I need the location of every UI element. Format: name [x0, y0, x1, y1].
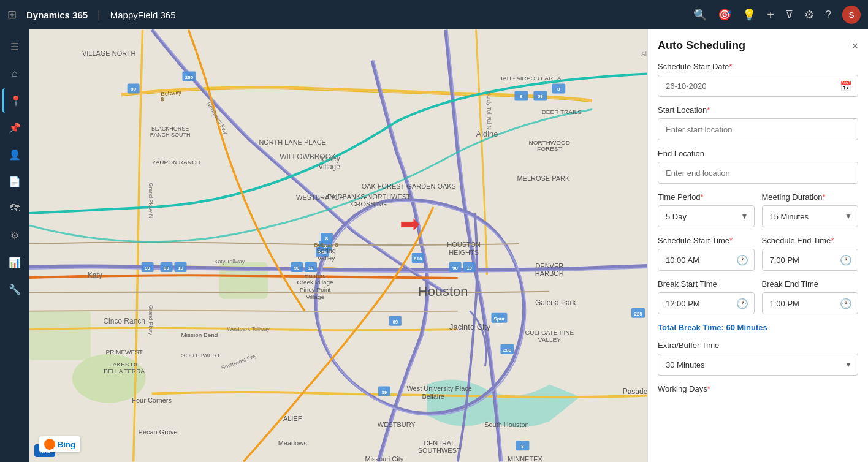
svg-text:FOREST: FOREST: [537, 145, 562, 152]
plus-icon[interactable]: +: [767, 8, 774, 22]
working-days-group: Working Days*: [658, 384, 858, 393]
svg-text:Jacinto City: Jacinto City: [449, 322, 491, 331]
sidebar-item-home[interactable]: ⌂: [2, 61, 27, 86]
svg-text:8: 8: [161, 96, 164, 102]
svg-text:Katy Tollway: Katy Tollway: [215, 259, 245, 265]
break-end-time-label: Break End Time: [762, 279, 859, 289]
svg-text:Galena Park: Galena Park: [535, 298, 576, 307]
meeting-duration-label: Meeting Duration*: [762, 192, 859, 202]
top-navigation: ⊞ Dynamics 365 | MappyField 365 🔍 🎯 💡 + …: [0, 0, 868, 29]
sidebar-item-pin2[interactable]: 📌: [2, 115, 27, 140]
sidebar-item-menu[interactable]: ☰: [2, 34, 27, 59]
svg-text:288: 288: [503, 347, 512, 353]
svg-text:Pecan Grove: Pecan Grove: [139, 428, 178, 436]
svg-text:VILLAGE NORTH: VILLAGE NORTH: [82, 50, 136, 57]
svg-text:Beltway 8: Beltway 8: [314, 242, 338, 248]
time-period-group: Time Period* 5 Day 1 Day 2 Day 3 Day 7 D…: [658, 192, 755, 227]
bulb-icon[interactable]: 💡: [742, 8, 756, 21]
end-location-group: End Location: [658, 149, 858, 184]
meeting-duration-group: Meeting Duration* 15 Minutes 30 Minutes …: [762, 192, 859, 227]
svg-text:Village: Village: [318, 162, 340, 171]
svg-text:HEIGHTS: HEIGHTS: [449, 249, 479, 256]
break-start-clock-icon[interactable]: 🕐: [736, 298, 748, 309]
svg-text:59: 59: [381, 390, 387, 395]
svg-text:99: 99: [145, 265, 150, 271]
map-area[interactable]: Beltway 8 99 290 290 610 8: [29, 29, 647, 462]
end-location-input[interactable]: [658, 162, 858, 184]
svg-text:8: 8: [520, 94, 523, 99]
svg-text:Bellaire: Bellaire: [422, 393, 444, 401]
panel-close-button[interactable]: ×: [851, 40, 858, 51]
break-start-time-label: Break Start Time: [658, 279, 755, 289]
schedule-start-time-group: Schedule Start Time* 🕐: [658, 236, 755, 271]
red-arrow: ➡: [400, 211, 421, 236]
sidebar-item-pin[interactable]: 📍: [2, 88, 27, 113]
panel-header: Auto Scheduling ×: [658, 39, 858, 52]
sidebar-item-chart[interactable]: 📊: [2, 250, 27, 275]
schedule-end-time-group: Schedule End Time* 🕐: [762, 236, 859, 271]
svg-text:GULFGATE-PINE: GULFGATE-PINE: [525, 329, 574, 336]
sidebar-item-map[interactable]: 🗺: [2, 196, 27, 221]
svg-text:Hardy Toll Rd N: Hardy Toll Rd N: [486, 91, 492, 130]
right-panel: Auto Scheduling × Schedule Start Date* 📅…: [647, 29, 868, 462]
grid-icon[interactable]: ⊞: [7, 8, 17, 21]
time-period-select[interactable]: 5 Day 1 Day 2 Day 3 Day 7 Day: [658, 205, 755, 227]
extra-buffer-time-select-wrapper: 30 Minutes 15 Minutes 45 Minutes 60 Minu…: [658, 354, 858, 376]
app-name: MappyField 365: [110, 10, 176, 20]
filter-icon[interactable]: ⊽: [785, 8, 793, 21]
svg-text:CENTRAL: CENTRAL: [424, 439, 455, 447]
svg-text:Spur: Spur: [493, 316, 504, 322]
settings-icon[interactable]: ⚙: [804, 8, 814, 21]
svg-text:Meadows: Meadows: [278, 439, 307, 447]
calendar-icon[interactable]: 📅: [840, 80, 852, 92]
extra-buffer-time-group: Extra/Buffer Time 30 Minutes 15 Minutes …: [658, 341, 858, 376]
break-end-clock-icon[interactable]: 🕐: [840, 298, 852, 309]
schedule-start-time-wrapper: 🕐: [658, 249, 755, 271]
svg-text:Creek Village: Creek Village: [297, 279, 334, 286]
user-avatar[interactable]: S: [842, 6, 861, 24]
meeting-duration-select[interactable]: 15 Minutes 30 Minutes 45 Minutes 60 Minu…: [762, 205, 859, 227]
bing-badge: Bing: [39, 436, 80, 452]
schedule-start-date-input[interactable]: [658, 75, 858, 97]
svg-text:VALLEY: VALLEY: [538, 336, 561, 343]
svg-text:527: 527: [496, 322, 503, 327]
svg-text:Grand Pkwy N: Grand Pkwy N: [148, 183, 154, 218]
start-location-input[interactable]: [658, 118, 858, 140]
svg-text:Missouri City: Missouri City: [365, 455, 403, 462]
svg-text:10: 10: [308, 265, 314, 271]
schedule-start-date-label: Schedule Start Date*: [658, 62, 858, 71]
svg-text:8: 8: [326, 236, 329, 241]
svg-text:225: 225: [634, 311, 642, 317]
svg-text:BELLA TERRA: BELLA TERRA: [104, 368, 145, 374]
sidebar-item-doc[interactable]: 📄: [2, 169, 27, 194]
target-icon[interactable]: 🎯: [718, 8, 731, 21]
svg-text:Pasade: Pasade: [623, 387, 647, 396]
end-time-clock-icon[interactable]: 🕐: [840, 254, 852, 266]
svg-text:RANCH SOUTH: RANCH SOUTH: [150, 132, 191, 138]
svg-text:BLACKHORSE: BLACKHORSE: [151, 126, 189, 132]
start-location-label: Start Location*: [658, 105, 858, 115]
svg-text:Four Corners: Four Corners: [132, 396, 172, 404]
extra-buffer-time-select[interactable]: 30 Minutes 15 Minutes 45 Minutes 60 Minu…: [658, 354, 858, 376]
bing-label: Bing: [58, 440, 75, 449]
svg-text:Katy: Katy: [88, 271, 102, 279]
time-period-select-wrapper: 5 Day 1 Day 2 Day 3 Day 7 Day ▼: [658, 205, 755, 227]
sidebar-item-cog[interactable]: ⚙: [2, 223, 27, 248]
svg-text:MINNETEX: MINNETEX: [508, 455, 542, 462]
svg-text:10: 10: [466, 265, 472, 271]
start-time-clock-icon[interactable]: 🕐: [736, 254, 748, 266]
meeting-duration-select-wrapper: 15 Minutes 30 Minutes 45 Minutes 60 Minu…: [762, 205, 859, 227]
end-location-label: End Location: [658, 149, 858, 158]
sidebar-item-user[interactable]: 👤: [2, 142, 27, 167]
sidebar: ☰ ⌂ 📍 📌 👤 📄 🗺 ⚙ 📊 🔧: [0, 29, 29, 462]
search-icon[interactable]: 🔍: [693, 8, 707, 21]
schedule-start-date-group: Schedule Start Date* 📅: [658, 62, 858, 97]
sidebar-item-wrench[interactable]: 🔧: [2, 277, 27, 301]
svg-text:99: 99: [131, 87, 136, 93]
schedule-start-date-wrapper: 📅: [658, 75, 858, 97]
help-icon[interactable]: ?: [825, 9, 831, 21]
svg-text:Valley: Valley: [318, 254, 336, 262]
svg-text:Piney Point: Piney Point: [300, 286, 331, 293]
map-svg: Beltway 8 99 290 290 610 8: [29, 29, 647, 462]
svg-text:Mission Bend: Mission Bend: [181, 331, 218, 338]
